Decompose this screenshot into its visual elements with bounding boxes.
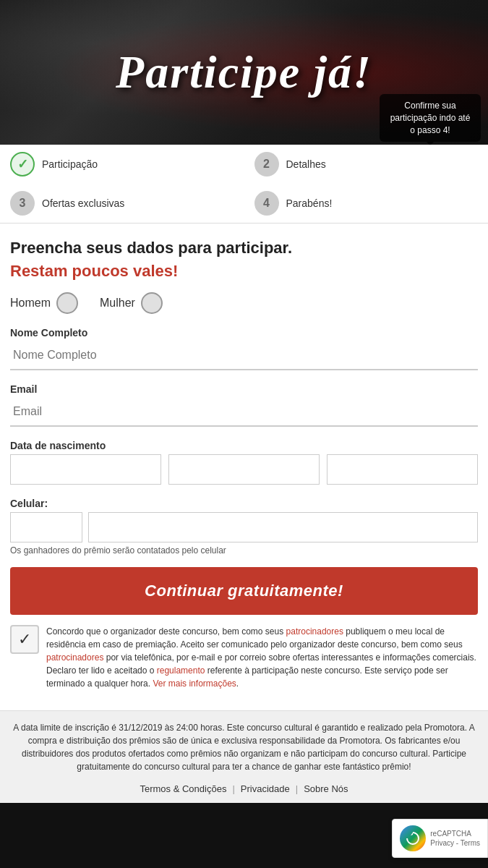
full-name-label: Nome Completo <box>10 327 478 339</box>
step-4[interactable]: 4 Parabéns! <box>244 184 489 223</box>
separator-2: | <box>296 782 298 796</box>
gender-male-label: Homem <box>10 297 51 310</box>
email-label: Email <box>10 383 478 395</box>
gender-female-radio[interactable] <box>141 292 163 314</box>
step-3[interactable]: 3 Ofertas exclusivas <box>0 184 244 223</box>
step-1-label: Participação <box>42 158 98 170</box>
main-form-area: Preencha seus dados para participar. Res… <box>0 224 488 710</box>
step-2-label: Detalhes <box>286 158 326 170</box>
dob-day-input[interactable] <box>10 454 161 485</box>
step-2-number: 2 <box>263 158 270 171</box>
phone-hint: Os ganhadores do prêmio serão contatados… <box>10 545 478 556</box>
consent-text-5: . <box>236 678 239 689</box>
gender-female-option[interactable]: Mulher <box>100 292 163 314</box>
phone-prefix-input[interactable] <box>10 512 82 542</box>
consent-checkbox[interactable]: ✓ <box>10 625 39 654</box>
recaptcha-icon <box>406 831 420 846</box>
footer-link-terms[interactable]: Termos & Condições <box>140 782 226 796</box>
phone-number-input[interactable] <box>88 512 478 542</box>
step-tooltip: Confirme sua participação indo até o pas… <box>380 94 481 142</box>
form-subheadline: Restam poucos vales! <box>10 262 478 281</box>
step-3-label: Ofertas exclusivas <box>42 197 124 209</box>
dob-year-input[interactable] <box>327 454 478 485</box>
consent-link-more-info[interactable]: Ver mais informações <box>153 678 236 689</box>
form-headline: Preencha seus dados para participar. <box>10 238 478 259</box>
step-1-circle: ✓ <box>10 152 35 176</box>
consent-link-sponsors-2[interactable]: patrocinadores <box>46 652 103 663</box>
step-2[interactable]: 2 Detalhes <box>244 145 489 184</box>
gender-row: Homem Mulher <box>10 292 478 314</box>
footer-disclaimer: A data limite de inscrição é 31/12/2019 … <box>0 710 488 804</box>
phone-row <box>10 512 478 542</box>
gender-male-option[interactable]: Homem <box>10 292 78 314</box>
dob-month-input[interactable] <box>168 454 320 485</box>
dob-row <box>10 454 478 485</box>
hero-banner: Participe já! Confirme sua participação … <box>0 0 488 145</box>
footer-disclaimer-text: A data limite de inscrição é 31/12/2019 … <box>10 721 478 773</box>
step-4-number: 4 <box>263 197 270 210</box>
consent-link-terms[interactable]: regulamento <box>157 665 205 676</box>
phone-label: Celular: <box>10 498 478 509</box>
recaptcha-privacy-terms[interactable]: Privacy - Terms <box>430 838 480 848</box>
footer-link-privacy[interactable]: Privacidade <box>241 782 290 796</box>
consent-text-1: Concordo que o organizador deste concurs… <box>46 626 286 637</box>
email-input[interactable] <box>10 398 478 427</box>
footer-links: Termos & Condições | Privacidade | Sobre… <box>10 782 478 796</box>
consent-area: ✓ Concordo que o organizador deste concu… <box>10 625 478 690</box>
dob-label: Data de nascimento <box>10 440 478 451</box>
checkmark-icon: ✓ <box>17 156 28 172</box>
gender-male-radio[interactable] <box>56 292 78 314</box>
recaptcha-brand: reCAPTCHA <box>430 829 480 838</box>
separator-1: | <box>232 782 234 796</box>
gender-female-label: Mulher <box>100 297 135 310</box>
step-3-circle: 3 <box>10 191 35 216</box>
step-4-circle: 4 <box>254 191 279 216</box>
checkmark-icon: ✓ <box>18 630 31 649</box>
recaptcha-text: reCAPTCHA Privacy - Terms <box>430 829 480 848</box>
step-1[interactable]: ✓ Participação <box>0 145 244 184</box>
step-3-number: 3 <box>20 197 26 210</box>
full-name-input[interactable] <box>10 341 478 370</box>
cta-button[interactable]: Continuar gratuitamente! <box>10 567 478 615</box>
consent-link-sponsors-1[interactable]: patrocinadores <box>286 626 343 637</box>
recaptcha-logo <box>400 825 426 851</box>
step-2-circle: 2 <box>254 152 279 176</box>
step-4-label: Parabéns! <box>286 197 333 209</box>
hero-title: Participe já! <box>116 46 372 99</box>
consent-text: Concordo que o organizador deste concurs… <box>46 625 478 690</box>
footer-link-about[interactable]: Sobre Nós <box>304 782 348 796</box>
steps-bar: ✓ Participação 2 Detalhes 3 Ofertas excl… <box>0 145 488 224</box>
recaptcha-badge[interactable]: reCAPTCHA Privacy - Terms <box>392 819 488 858</box>
